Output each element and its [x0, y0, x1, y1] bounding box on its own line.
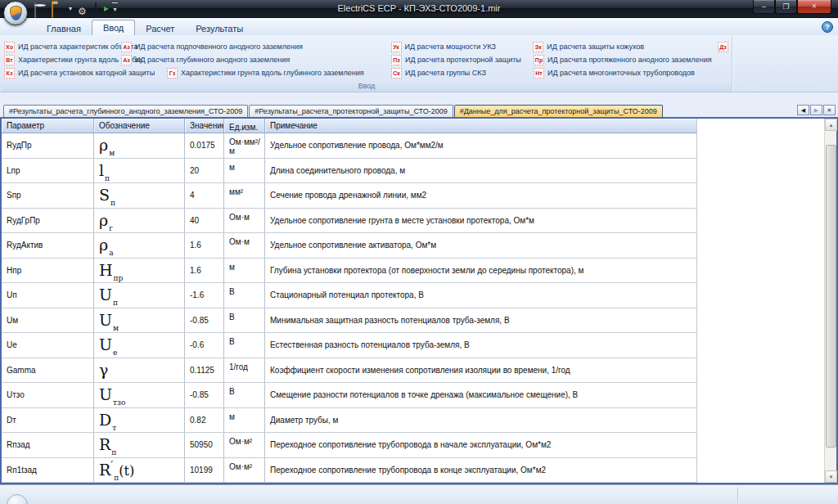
symbol-cell: Sп	[94, 183, 185, 208]
exit-door-icon[interactable]	[95, 3, 106, 15]
unit-cell: Ом·м²	[224, 433, 265, 457]
symbol-cell: Uе	[94, 333, 185, 358]
table-row[interactable]: UмUм-0.85ВМинимальная защитная разность …	[2, 308, 696, 334]
ribbon-tab-strip: ГлавнаяВводРасчетРезультаты?	[0, 18, 838, 35]
ribbon-item[interactable]: АзИД расчета глубинного анодного заземле…	[121, 55, 391, 65]
help-icon[interactable]: ?	[822, 21, 833, 33]
table-row[interactable]: DтDт0.82мДиаметр трубы, м	[2, 408, 696, 434]
symbol-cell: Uм	[94, 308, 185, 333]
symbol-main: H	[99, 261, 113, 279]
symbol-cell: ρг	[94, 209, 185, 233]
ribbon-item[interactable]: ПрИД расчета протяженного анодного зазем…	[534, 55, 719, 65]
value-cell[interactable]: 0.1125	[185, 358, 224, 383]
database-icon[interactable]	[34, 3, 46, 15]
vertical-scrollbar[interactable]: ▲ ▼	[824, 119, 836, 483]
ribbon-item[interactable]: НтИД расчета многониточных трубопроводов	[534, 68, 719, 79]
maximize-button[interactable]: ❐	[775, 0, 797, 14]
param-cell: Rп1tзад	[2, 458, 94, 483]
table-row[interactable]: UпUп-1.6ВСтационарный потенциал протекто…	[2, 283, 696, 308]
value-cell[interactable]: 0.82	[185, 408, 224, 433]
ribbon-item[interactable]: КзИД расчета установок катодной защиты	[4, 68, 167, 79]
symbol-cell: Rп	[94, 433, 185, 457]
table-row[interactable]: RудГрПрρг40Ом·мУдельное сопротивление гр…	[2, 209, 696, 234]
value-cell[interactable]: -0.6	[185, 333, 224, 358]
value-cell[interactable]: 0.0175	[185, 133, 224, 158]
symbol-subscript: м	[113, 324, 119, 332]
ribbon-item-icon: Кз	[4, 68, 15, 79]
table-row[interactable]: UтзоUтзо-0.85ВСмещение разности потенциа…	[2, 383, 696, 408]
document-tab[interactable]: #Результаты_расчета_глубинного_анодного_…	[3, 105, 248, 117]
ribbon-item[interactable]: ПзИД расчета протекторной защиты	[391, 55, 534, 65]
customize-qat-icon[interactable]: ▾	[112, 2, 118, 16]
ribbon-item[interactable]: ЗкИД расчета защиты кожухов	[533, 42, 718, 52]
table-row[interactable]: RпзадRп50950Ом·м²Переходное сопротивлени…	[2, 433, 696, 458]
scroll-up-icon[interactable]: ▲	[825, 119, 837, 131]
ribbon-tab[interactable]: Главная	[36, 21, 92, 35]
ribbon-item-label: ИД расчета защиты кожухов	[547, 43, 644, 51]
value-cell[interactable]: -0.85	[185, 308, 224, 333]
column-header[interactable]: Обозначение	[94, 119, 185, 133]
ribbon-item-icon: Ук	[391, 42, 402, 52]
symbol-prime: ′	[110, 459, 113, 471]
value-cell[interactable]: -0.85	[185, 383, 224, 407]
value-cell[interactable]: 40	[185, 209, 224, 233]
document-tab[interactable]: #Данные_для_расчета_протекторной_защиты_…	[454, 105, 663, 117]
ribbon-item-icon: Ск	[391, 68, 402, 79]
scrollbar-thumb[interactable]	[826, 145, 836, 448]
value-cell[interactable]: -1.6	[185, 283, 224, 308]
column-header[interactable]: Значение	[185, 119, 224, 133]
tab-scroll-left-icon[interactable]: ◀	[797, 105, 809, 115]
value-cell[interactable]: 4	[185, 183, 224, 208]
value-cell[interactable]: 10199	[185, 458, 224, 483]
symbol-subscript: п	[113, 299, 118, 307]
ribbon-tab[interactable]: Результаты	[185, 21, 254, 35]
table-row[interactable]: UeUе-0.6ВЕстественная разность потенциал…	[2, 333, 696, 358]
ribbon-item-icon: Нт	[534, 68, 544, 79]
ribbon-item[interactable]: Дз	[718, 42, 732, 52]
ribbon-item-label: ИД расчета установок катодной защиты	[18, 69, 155, 77]
tab-scroll-right-icon[interactable]: ▶	[810, 105, 822, 115]
symbol-subscript: тзо	[113, 398, 125, 407]
open-folder-icon[interactable]	[52, 3, 63, 15]
ribbon-item[interactable]: ГзХарактеристики грунта вдоль глубинного…	[167, 68, 391, 79]
ribbon-item[interactable]: ХоИД расчета характеристик объекта	[4, 42, 121, 52]
ribbon-item-label: ИД расчета протяженного анодного заземле…	[547, 56, 712, 64]
value-cell[interactable]: 1.6	[185, 233, 224, 258]
ribbon-tab[interactable]: Ввод	[92, 20, 135, 36]
table-row[interactable]: НпрHпр1.6мГлубина установки протектора (…	[2, 259, 696, 284]
value-cell[interactable]: 20	[185, 159, 224, 183]
scroll-down-icon[interactable]: ▼	[825, 470, 837, 483]
ribbon-item[interactable]: ВтХарактеристики грунта вдоль трубы	[4, 55, 121, 65]
document-tab[interactable]: #Результаты_расчета_протекторной_защиты_…	[249, 105, 453, 117]
application-orb-button[interactable]	[3, 1, 28, 25]
settings-gear-icon[interactable]: ⚙	[78, 3, 89, 15]
symbol-main: l	[99, 161, 104, 179]
value-cell[interactable]: 50950	[185, 433, 224, 457]
tab-close-icon[interactable]: ✕	[823, 105, 836, 115]
table-row[interactable]: Gammaγ0.11251/годКоэффициент скорости из…	[2, 358, 696, 384]
table-row[interactable]: Rп1tзадR′п(t)10199Ом·м²Переходное сопрот…	[2, 458, 696, 484]
minimize-button[interactable]: –	[753, 0, 775, 14]
ribbon-item[interactable]: АзИД расчета подпочвенного анодного зазе…	[121, 42, 391, 52]
ribbon-item[interactable]: УкИД расчета мощности УКЗ	[391, 42, 534, 52]
symbol-subscript: м	[109, 149, 115, 157]
column-header[interactable]: Примечание	[265, 119, 696, 133]
symbol-cell: lп	[94, 159, 185, 183]
column-header[interactable]: Ед.изм.	[224, 119, 265, 133]
unit-cell: Ом·м²	[224, 458, 265, 483]
column-header[interactable]: Параметр	[2, 119, 94, 133]
symbol-main: U	[99, 385, 112, 403]
table-row[interactable]: RудАктивρа1.6Ом·мУдельное сопротивление …	[2, 233, 696, 259]
close-button[interactable]: ×	[797, 0, 831, 14]
document-area: ПараметрОбозначениеЗначениеЕд.изм.Примеч…	[0, 117, 838, 484]
open-dropdown-icon[interactable]: ▾	[69, 3, 72, 15]
table-row[interactable]: Lпрlп20мДлина соединительного провода, м	[2, 159, 696, 184]
note-cell: Смещение разности потенциалов в точке др…	[265, 383, 696, 407]
note-cell: Длина соединительного провода, м	[265, 159, 696, 183]
table-row[interactable]: SпрSп4мм²Сечение провода дренажной линии…	[2, 183, 696, 209]
value-cell[interactable]: 1.6	[185, 259, 224, 283]
ribbon-item[interactable]: СкИД расчета группы СКЗ	[391, 68, 534, 79]
param-cell: Uтзо	[2, 383, 94, 407]
ribbon-tab[interactable]: Расчет	[135, 21, 185, 35]
table-row[interactable]: RудПрρм0.0175Ом·мм²/мУдельное сопротивле…	[2, 133, 696, 159]
